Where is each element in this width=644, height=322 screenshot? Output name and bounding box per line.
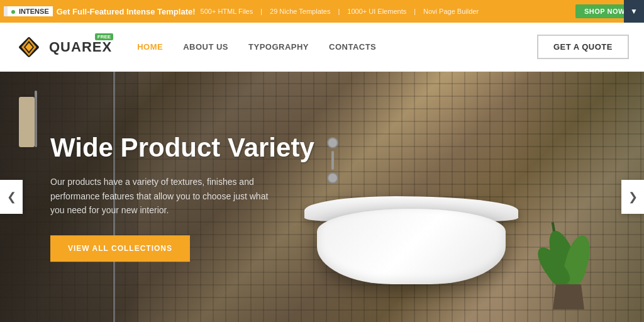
feature-separator-2: |	[338, 8, 340, 15]
shower-fixtures-decoration	[323, 135, 342, 185]
hero-prev-button[interactable]: ❮	[0, 180, 23, 214]
hero-subtitle: Our products have a variety of textures,…	[50, 175, 277, 218]
free-badge: FREE	[95, 33, 113, 40]
towel-decoration	[19, 97, 35, 147]
bathtub-body	[317, 209, 506, 284]
fixture-stem	[331, 151, 334, 170]
banner-main-text: Get Full-Featured Intense Template!	[57, 7, 196, 16]
hero-section: Wide Product Variety Our products have a…	[0, 72, 644, 322]
get-quote-button[interactable]: GET A QUOTE	[537, 35, 629, 59]
logo[interactable]: QUAREX FREE	[15, 33, 112, 61]
intense-label: INTENSE	[8, 6, 53, 16]
feature-3: 1000+ UI Elements	[347, 8, 406, 15]
hero-next-button[interactable]: ❯	[621, 180, 644, 214]
fixture-knob-2	[327, 172, 338, 184]
nav-about[interactable]: ABOUT US	[183, 42, 228, 52]
banner-dropdown-button[interactable]: ▼	[624, 0, 644, 23]
bathtub-decoration	[304, 171, 518, 284]
feature-separator-1: |	[260, 8, 262, 15]
logo-icon	[15, 33, 43, 61]
dropdown-chevron-icon: ▼	[630, 7, 638, 16]
navbar: QUAREX FREE HOME ABOUT US TYPOGRAPHY CON…	[0, 23, 644, 72]
plant-pot	[553, 284, 584, 309]
nav-home[interactable]: HOME	[137, 42, 163, 52]
next-icon: ❯	[628, 190, 638, 204]
nav-contacts[interactable]: CONTACTS	[329, 42, 376, 52]
hero-content: Wide Product Variety Our products have a…	[50, 132, 314, 262]
logo-text: QUAREX	[49, 39, 112, 55]
banner-features: 500+ HTML Files | 29 Niche Templates | 1…	[201, 8, 479, 15]
fixture-knob-1	[327, 137, 338, 148]
towel-bar-decoration	[35, 91, 37, 147]
feature-separator-3: |	[414, 8, 416, 15]
nav-links: HOME ABOUT US TYPOGRAPHY CONTACTS	[137, 42, 537, 52]
view-collections-button[interactable]: VIEW ALL COLLECTIONS	[50, 235, 190, 262]
nav-typography[interactable]: TYPOGRAPHY	[248, 42, 309, 52]
feature-2: 29 Niche Templates	[270, 8, 330, 15]
feature-4: Novi Page Builder	[423, 8, 479, 15]
feature-1: 500+ HTML Files	[201, 8, 253, 15]
top-banner: INTENSE Get Full-Featured Intense Templa…	[0, 0, 644, 23]
plant-decoration	[543, 209, 594, 309]
hero-title: Wide Product Variety	[50, 132, 314, 164]
prev-icon: ❮	[7, 190, 16, 204]
